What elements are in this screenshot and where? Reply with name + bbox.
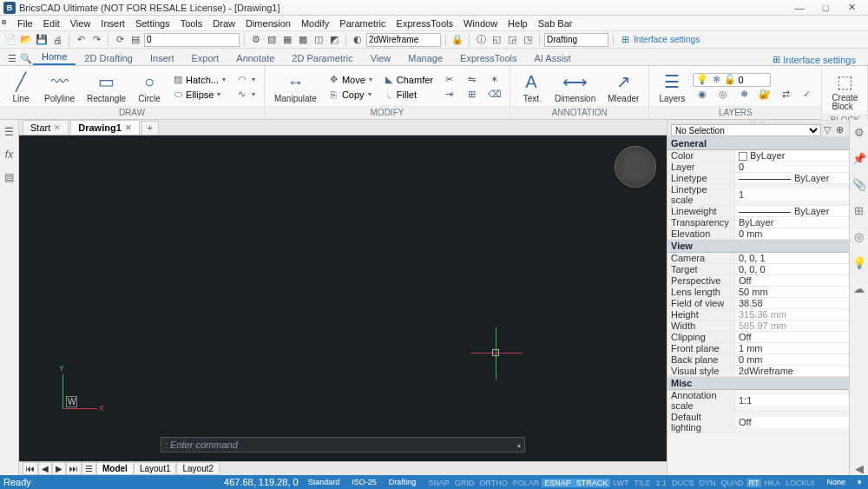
section-view[interactable]: View [667, 240, 849, 253]
status-expand-icon[interactable]: ▾ [855, 478, 865, 486]
prop-lweight[interactable]: LineweightByLayer [667, 206, 849, 217]
prop-layer[interactable]: Layer0 [667, 162, 849, 173]
interface-settings-button[interactable]: ⊞Interface settings [773, 54, 863, 65]
menu-insert[interactable]: Insert [95, 18, 130, 29]
save-icon[interactable]: 💾 [35, 33, 49, 47]
close-button[interactable]: ✕ [838, 2, 865, 13]
interface-settings-link[interactable]: Interface settings [634, 35, 700, 44]
open-icon[interactable]: 📂 [19, 33, 33, 47]
panel-settings-icon[interactable]: ⚙ [852, 125, 866, 139]
tab-model[interactable]: Model [96, 462, 134, 475]
create-block-button[interactable]: ⬚Create Block [827, 68, 862, 114]
tab-export[interactable]: Export [183, 50, 228, 65]
menu-help[interactable]: Help [503, 18, 533, 29]
tab-insert[interactable]: Insert [141, 50, 183, 65]
tab-drawing1[interactable]: Drawing1✕ [70, 120, 140, 135]
menu-settings[interactable]: Settings [130, 18, 175, 29]
prop-back[interactable]: Back plane0 mm [667, 354, 849, 366]
prop-lens[interactable]: Lens length50 mm [667, 287, 849, 298]
sel1-icon[interactable]: ◱ [490, 33, 503, 47]
prop-linetype[interactable]: LinetypeByLayer [667, 173, 849, 184]
tab-start[interactable]: Start✕ [23, 120, 69, 135]
panel-grid-icon[interactable]: ⊞ [852, 203, 866, 217]
layer-tool3[interactable]: ❅ [734, 88, 753, 102]
status-toggle-polar[interactable]: POLAR [510, 479, 542, 487]
layout-next[interactable]: ▶ [52, 462, 66, 475]
mleader-button[interactable]: ↗Mleader [603, 68, 643, 106]
array-button[interactable]: ⊞ [463, 88, 482, 102]
ellipse-button[interactable]: ⬭Ellipse▾ [168, 88, 229, 102]
layout-prev[interactable]: ◀ [38, 462, 52, 475]
prop-dlight[interactable]: Default lightingOff [667, 412, 849, 433]
tab-2d-drafting[interactable]: 2D Drafting [76, 50, 141, 65]
status-toggle-ortho[interactable]: ORTHO [477, 479, 510, 487]
interface-settings-icon[interactable]: ⊞ [618, 33, 632, 47]
status-workspace[interactable]: Drafting [386, 478, 419, 486]
tab-2d-parametric[interactable]: 2D Parametric [283, 50, 361, 65]
layer-tool4[interactable]: 🔐 [755, 88, 774, 102]
tool1-icon[interactable]: ⚙ [249, 33, 263, 47]
layout-list[interactable]: ☰ [82, 462, 96, 475]
status-iso[interactable]: ISO-25 [349, 478, 379, 486]
menu-window[interactable]: Window [458, 18, 503, 29]
fillet-button[interactable]: ◟Fillet [379, 88, 437, 102]
panel-pin-icon[interactable]: 📌 [852, 151, 866, 165]
layer-tool5[interactable]: ⇄ [776, 88, 795, 102]
manipulate-button[interactable]: ↔Manipulate [270, 68, 321, 106]
prop-height[interactable]: Height315.36 mm [667, 309, 849, 320]
line-button[interactable]: ╱Line [5, 68, 36, 106]
panel-sheets-icon[interactable]: ▤ [3, 170, 16, 184]
prop-vstyle[interactable]: Visual style2dWireframe [667, 366, 849, 377]
layer-current[interactable]: 💡❄🔓0 [693, 73, 771, 87]
panel-structure-icon[interactable]: ☰ [3, 125, 16, 139]
menu-tools[interactable]: Tools [175, 18, 208, 29]
layer-icon[interactable]: ▤ [128, 33, 142, 47]
vstyle-icon[interactable]: ◐ [351, 33, 365, 47]
tab-ai-assist[interactable]: AI Assist [525, 50, 579, 65]
layout-last[interactable]: ⏭ [66, 462, 82, 475]
status-toggle-esnap[interactable]: ESNAP [542, 479, 574, 487]
tool2-icon[interactable]: ▧ [265, 33, 279, 47]
status-toggle-lockui[interactable]: LOCKUI [783, 479, 818, 487]
status-standard[interactable]: Standard [306, 478, 343, 486]
prop-color[interactable]: ColorByLayer [667, 150, 849, 162]
print-icon[interactable]: 🖨 [50, 33, 64, 47]
tab-annotate[interactable]: Annotate [227, 50, 283, 65]
lock-icon[interactable]: 🔒 [450, 33, 464, 47]
tab-expresstools[interactable]: ExpressTools [451, 50, 525, 65]
tab-home[interactable]: Home [33, 49, 76, 65]
dimension-button[interactable]: ⟷Dimension [550, 68, 600, 106]
status-toggle-snap[interactable]: SNAP [425, 479, 452, 487]
status-none[interactable]: None [824, 478, 848, 486]
status-toggle-lwt[interactable]: LWT [610, 479, 631, 487]
sel2-icon[interactable]: ◲ [505, 33, 519, 47]
trim-button[interactable]: ✂ [440, 73, 459, 87]
prop-ltscale[interactable]: Linetype scale1 [667, 184, 849, 206]
tool5-icon[interactable]: ◫ [312, 33, 326, 47]
info-icon[interactable]: ⓘ [474, 33, 488, 47]
filter-icon[interactable]: ▽ [821, 124, 833, 136]
prop-ascale[interactable]: Annotation scale1:1 [667, 390, 849, 412]
menu-edit[interactable]: Edit [38, 18, 65, 29]
chamfer-button[interactable]: ◣Chamfer [379, 73, 437, 87]
menu-draw[interactable]: Draw [207, 18, 240, 29]
layer-tool6[interactable]: ✓ [797, 88, 816, 102]
arc-button[interactable]: ◠▾ [233, 73, 259, 87]
prop-transparency[interactable]: TransparencyByLayer [667, 217, 849, 228]
status-toggle-1:1[interactable]: 1:1 [654, 479, 670, 487]
mirror-button[interactable]: ⇋ [463, 73, 482, 87]
circle-button[interactable]: ○Circle [134, 68, 165, 106]
status-toggle-dyn[interactable]: DYN [697, 479, 719, 487]
prop-camera[interactable]: Camera0, 0, 1 [667, 253, 849, 264]
new-icon[interactable]: 📄 [3, 33, 17, 47]
spline-button[interactable]: ∿▾ [233, 88, 259, 102]
command-line[interactable]: : Enter command ▴ [161, 437, 525, 453]
panel-attach-icon[interactable]: 📎 [852, 177, 866, 191]
prop-perspective[interactable]: PerspectiveOff [667, 275, 849, 287]
copy-button[interactable]: ⎘Copy▾ [325, 88, 376, 102]
command-expand-icon[interactable]: ▴ [517, 441, 521, 449]
menu-sabbar[interactable]: Sab Bar [533, 18, 578, 29]
status-toggle-ducs[interactable]: DUCS [669, 479, 697, 487]
app-menu-icon[interactable]: B [2, 18, 12, 29]
status-toggle-tile[interactable]: TILE [632, 479, 654, 487]
